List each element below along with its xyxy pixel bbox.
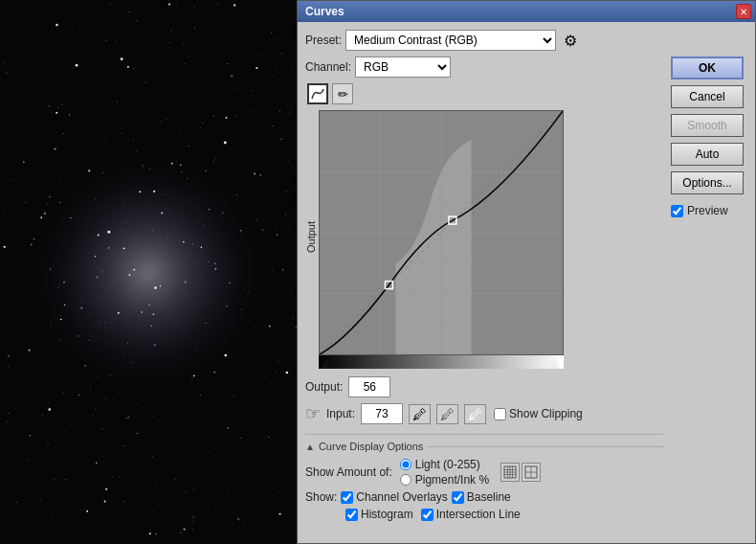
- dialog-title: Curves: [305, 5, 345, 18]
- baseline-checkbox[interactable]: [452, 491, 464, 504]
- histogram-group: Histogram: [345, 508, 413, 521]
- intersection-label: Intersection Line: [436, 508, 521, 521]
- curve-canvas[interactable]: [319, 110, 564, 355]
- light-radio-row: Light (0-255): [400, 458, 489, 471]
- light-label: Light (0-255): [415, 458, 480, 471]
- on-image-tool[interactable]: ☞: [305, 403, 321, 424]
- preview-label: Preview: [687, 204, 728, 217]
- curve-grid: [320, 111, 563, 354]
- show-clipping-label: Show Clipping: [509, 407, 583, 420]
- curve-display-options-section: ▲ Curve Display Options Show Amount of: …: [305, 434, 663, 525]
- show-label: Show:: [305, 490, 337, 504]
- gray-eyedropper-button[interactable]: 🖉: [436, 404, 458, 424]
- channel-label: Channel:: [305, 60, 351, 74]
- cancel-button[interactable]: Cancel: [671, 85, 744, 108]
- baseline-group: Baseline: [452, 490, 511, 504]
- section-header: ▲ Curve Display Options: [305, 441, 663, 452]
- grid-fine-button[interactable]: [500, 463, 520, 482]
- left-panel: Preset: Medium Contrast (RGB) Default St…: [305, 30, 663, 535]
- curves-dialog: Curves ✕ Preset: Medium Contrast (RGB) D…: [297, 0, 756, 544]
- histogram-checkbox[interactable]: [345, 509, 358, 521]
- input-row: ☞ Input: 73 🖉 🖉 🖉 Show Clipping: [305, 403, 663, 424]
- white-eyedropper-button[interactable]: 🖉: [464, 404, 486, 424]
- auto-button[interactable]: Auto: [671, 143, 744, 166]
- show-clipping-group: Show Clipping: [494, 407, 583, 420]
- dialog-titlebar: Curves ✕: [298, 1, 755, 22]
- output-label-area: Output: [305, 110, 317, 369]
- grid-coarse-button[interactable]: [522, 463, 541, 482]
- input-gradient-bar: [319, 355, 564, 369]
- options-button[interactable]: Options...: [671, 171, 744, 194]
- section-divider: [427, 446, 663, 447]
- pigment-radio-row: Pigment/Ink %: [400, 473, 489, 487]
- show-amount-label: Show Amount of:: [305, 465, 392, 479]
- dialog-body: Preset: Medium Contrast (RGB) Default St…: [298, 22, 755, 543]
- show-options-row: Show: Channel Overlays Baseline: [305, 490, 663, 504]
- collapse-icon[interactable]: ▲: [305, 442, 315, 452]
- show-clipping-checkbox[interactable]: [494, 408, 506, 420]
- output-row: Output: 56: [305, 376, 663, 397]
- shadow-handle[interactable]: [321, 359, 332, 369]
- ok-button[interactable]: OK: [671, 57, 744, 79]
- channel-overlays-label: Channel Overlays: [356, 490, 447, 504]
- histogram-label: Histogram: [361, 508, 413, 521]
- preset-row: Preset: Medium Contrast (RGB) Default St…: [305, 30, 663, 51]
- show-options-row2: Histogram Intersection Line: [345, 508, 663, 521]
- channel-overlays-group: Channel Overlays: [341, 490, 447, 504]
- preset-options-icon[interactable]: ⚙: [560, 30, 581, 51]
- smooth-button[interactable]: Smooth: [671, 114, 744, 137]
- output-value-input[interactable]: 56: [348, 376, 390, 397]
- highlight-handle[interactable]: [548, 359, 560, 369]
- channel-overlays-checkbox[interactable]: [341, 491, 353, 504]
- right-panel: OK Cancel Smooth Auto Options... Preview: [671, 30, 747, 535]
- light-radio[interactable]: [400, 459, 411, 470]
- curve-container: Output: [305, 110, 663, 369]
- channel-row: Channel: RGB Red Green Blue: [305, 57, 663, 78]
- preset-select[interactable]: Medium Contrast (RGB) Default Strong Con…: [345, 30, 556, 51]
- close-button[interactable]: ✕: [736, 4, 751, 19]
- intersection-checkbox[interactable]: [421, 509, 434, 521]
- baseline-label: Baseline: [467, 490, 511, 504]
- light-pigment-radio-group: Light (0-255) Pigment/Ink %: [400, 458, 489, 487]
- pencil-icon: ✏: [338, 87, 348, 102]
- curve-display-options-title: Curve Display Options: [319, 441, 423, 452]
- black-eyedropper-button[interactable]: 🖉: [409, 404, 431, 424]
- show-amount-row: Show Amount of: Light (0-255) Pigment/In…: [305, 458, 663, 487]
- intersection-group: Intersection Line: [421, 508, 521, 521]
- grid-icons-group: [500, 463, 541, 482]
- input-value-input[interactable]: 73: [361, 403, 403, 424]
- bottom-gradient-wrapper: [319, 355, 564, 369]
- curve-tool-button[interactable]: [307, 83, 328, 104]
- channel-select[interactable]: RGB Red Green Blue: [355, 57, 451, 78]
- pigment-label: Pigment/Ink %: [415, 473, 489, 487]
- curve-and-gradient: [319, 110, 564, 369]
- preview-row: Preview: [671, 204, 747, 217]
- tool-icons-row: ✏: [307, 83, 663, 104]
- pencil-tool-button[interactable]: ✏: [332, 83, 353, 104]
- output-vertical-label: Output: [305, 221, 317, 253]
- output-label: Output:: [305, 380, 343, 394]
- preset-label: Preset:: [305, 34, 342, 47]
- preview-checkbox[interactable]: [671, 205, 683, 217]
- pigment-radio[interactable]: [400, 474, 411, 486]
- input-label: Input:: [326, 407, 355, 420]
